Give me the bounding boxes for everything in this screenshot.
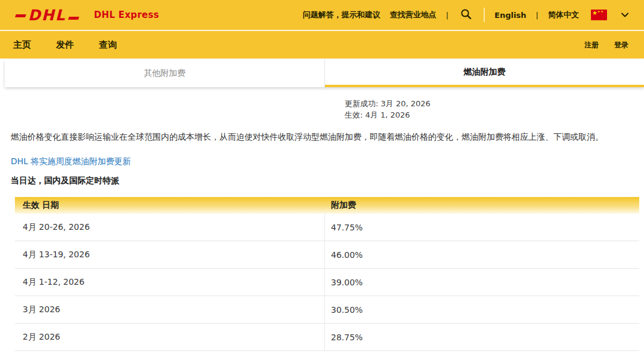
flag-small-stars: ★★ <box>597 10 604 13</box>
weekly-update-link[interactable]: DHL 将实施周度燃油附加费更新 <box>11 156 131 167</box>
login-link[interactable]: 登录 <box>614 40 628 50</box>
faq-link[interactable]: 问题解答，提示和建议 <box>303 10 380 20</box>
table-row: 3月 202630.50% <box>15 296 639 324</box>
fuel-surcharge-table: 生效 日期 附加费 4月 20-26, 202647.75%4月 13-19, … <box>15 197 639 351</box>
section-title: 当日达，国内及国际定时特派 <box>11 176 644 186</box>
language-chinese-link[interactable]: 简体中文 <box>548 10 579 20</box>
surcharge-value-cell: 47.75% <box>325 214 639 241</box>
table-header-row: 生效 日期 附加费 <box>15 197 639 214</box>
table-row: 4月 1-12, 202639.00% <box>15 269 639 296</box>
nav-item-ship[interactable]: 发件 <box>56 39 74 51</box>
language-english-link[interactable]: English <box>494 11 526 20</box>
table-row: 4月 20-26, 202647.75% <box>15 214 639 241</box>
search-icon <box>460 8 472 22</box>
surcharge-tabs: 其他附加费 燃油附加费 <box>5 60 644 87</box>
logo-speed-bar-left <box>15 14 26 17</box>
effective-date-cell: 4月 1-12, 2026 <box>15 269 325 296</box>
tab-other-surcharges[interactable]: 其他附加费 <box>5 60 325 87</box>
flag-star: ★ <box>592 9 597 17</box>
main-nav: 主页 发件 查询 注册 登录 <box>0 31 644 59</box>
update-info: 更新成功: 3月 20, 2026 生效: 4月 1, 2026 <box>345 98 644 121</box>
dhl-logo[interactable]: DHL <box>16 8 79 23</box>
update-status-text: 更新成功: 3月 20, 2026 <box>345 98 644 109</box>
effective-date-cell: 2月 2026 <box>15 324 325 350</box>
find-location-link[interactable]: 查找营业地点 <box>390 10 436 20</box>
register-link[interactable]: 注册 <box>584 40 599 50</box>
surcharge-value-cell: 28.75% <box>325 324 639 350</box>
effective-date-text: 生效: 4月 1, 2026 <box>345 109 644 121</box>
effective-date-cell: 4月 20-26, 2026 <box>15 214 325 241</box>
search-button[interactable] <box>458 8 474 22</box>
table-row: 2月 202628.75% <box>15 324 639 351</box>
effective-date-cell: 4月 13-19, 2026 <box>15 241 325 268</box>
language-dropdown-toggle[interactable] <box>621 13 628 17</box>
nav-item-track[interactable]: 查询 <box>99 39 117 51</box>
surcharge-value-cell: 39.00% <box>325 269 639 296</box>
divider: | <box>536 11 538 20</box>
header-utility-nav: 问题解答，提示和建议 查找营业地点 | English | 简体中文 ★ ★★ <box>303 8 628 22</box>
page: DHL DHL Express 问题解答，提示和建议 查找营业地点 | Engl… <box>0 0 644 357</box>
surcharge-table-body: 4月 20-26, 202647.75%4月 13-19, 202646.00%… <box>15 214 639 351</box>
effective-date-header: 生效 日期 <box>15 200 325 211</box>
effective-date-cell: 3月 2026 <box>15 296 325 323</box>
tab-fuel-surcharge[interactable]: 燃油附加费 <box>325 60 644 87</box>
logo-speed-bar-right <box>68 17 79 20</box>
surcharge-value-cell: 30.50% <box>325 296 639 323</box>
table-row: 4月 13-19, 202646.00% <box>15 241 639 269</box>
brand-name: DHL Express <box>94 10 159 20</box>
divider: | <box>446 11 448 20</box>
chevron-down-icon <box>621 13 628 17</box>
divider-light <box>484 8 485 22</box>
intro-paragraph: 燃油价格变化直接影响运输业在全球范围内的成本增长，从而迫使对快件收取浮动型燃油附… <box>11 131 633 143</box>
logo-wordmark: DHL <box>28 8 66 23</box>
auth-links: 注册 登录 <box>584 40 628 50</box>
top-header: DHL DHL Express 问题解答，提示和建议 查找营业地点 | Engl… <box>0 0 644 30</box>
surcharge-value-cell: 46.00% <box>325 241 639 268</box>
nav-item-home[interactable]: 主页 <box>13 39 31 51</box>
surcharge-header: 附加费 <box>325 200 639 211</box>
china-flag-icon[interactable]: ★ ★★ <box>591 10 607 20</box>
